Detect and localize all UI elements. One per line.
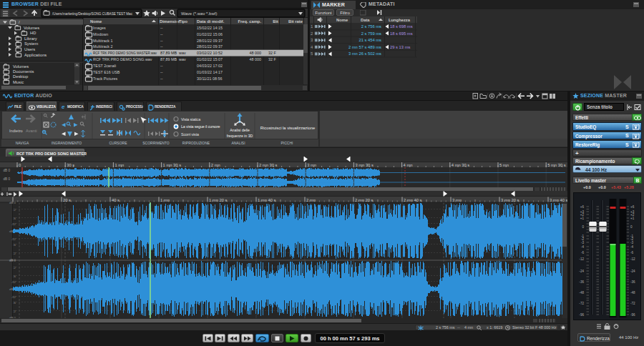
svg-text:0: 0 [630, 225, 633, 229]
svg-text:28/01/22 09:37: 28/01/22 09:37 [197, 39, 223, 43]
svg-text:RCF TRK PRO DEMO SONG.wav: RCF TRK PRO DEMO SONG.wav [93, 57, 152, 61]
svg-text:2 mn: 2 mn [306, 198, 316, 202]
svg-text:20 s: 20 s [63, 198, 71, 202]
svg-text:Tipo: Tipo [179, 19, 188, 24]
svg-text:-72: -72 [579, 302, 584, 305]
svg-text:1 mn: 1 mn [114, 163, 124, 167]
svg-text:-24: -24 [579, 270, 584, 273]
svg-text:-12: -12 [579, 257, 584, 261]
svg-text:Nome: Nome [336, 18, 348, 22]
svg-text:dB 0: dB 0 [9, 201, 16, 204]
svg-text:Scorri vista: Scorri vista [181, 132, 199, 137]
svg-text:1 mn 40 s: 1 mn 40 s [258, 198, 276, 202]
svg-text:Analisi delle: Analisi delle [230, 128, 250, 132]
svg-text:-4: -4 [630, 245, 634, 249]
svg-text:Multitrack 1: Multitrack 1 [93, 39, 113, 43]
svg-text:-3: -3 [630, 241, 634, 244]
svg-text:Images: Images [93, 26, 106, 30]
svg-text:wav: wav [178, 51, 186, 55]
svg-text:Multitrack 2: Multitrack 2 [93, 44, 113, 49]
svg-text:Freq. camp.: Freq. camp. [238, 19, 261, 24]
svg-text:-36: -36 [579, 280, 584, 284]
svg-text:40 s: 40 s [112, 198, 119, 202]
svg-text:Wave (*.wav *.bwf): Wave (*.wav *.bwf) [181, 11, 217, 16]
svg-text:01/02/22 15:06: 01/02/22 15:06 [197, 32, 223, 36]
svg-text:-48: -48 [579, 291, 584, 295]
svg-text:Nome: Nome [90, 19, 102, 24]
svg-text:+1: +1 [580, 217, 585, 220]
svg-text:Data: Data [361, 18, 370, 22]
svg-text:/Users/marketing/Desktop/SONG: /Users/marketing/Desktop/SONG CUBASE TES… [52, 11, 132, 16]
svg-text:wav: wav [178, 57, 186, 61]
svg-text:48 000: 48 000 [250, 57, 262, 61]
svg-text:3 mn 30 s: 3 mn 30 s [355, 163, 374, 167]
svg-text:+6: +6 [630, 205, 635, 209]
svg-text:87,89 MB: 87,89 MB [160, 57, 177, 61]
svg-text:RCF TRK PRO DEMO SONG MASTER.w: RCF TRK PRO DEMO SONG MASTER.wav [93, 51, 157, 55]
svg-text:--: -- [160, 32, 163, 36]
svg-text:5 mn: 5 mn [499, 163, 509, 167]
svg-text:3 mn 20 s: 3 mn 20 s [501, 198, 519, 202]
svg-text:--: -- [160, 44, 163, 49]
svg-text:Volumes: Volumes [13, 64, 29, 69]
svg-text:Avanti: Avanti [26, 129, 36, 133]
svg-text:48 000: 48 000 [250, 51, 262, 55]
svg-text:4 mn: 4 mn [404, 163, 413, 167]
svg-text:0: 0 [19, 163, 21, 167]
svg-text:-24: -24 [630, 270, 635, 273]
svg-text:2 mn 30 s: 2 mn 30 s [259, 163, 278, 167]
svg-text:-6: -6 [630, 251, 634, 254]
svg-text:28/01/22 09:37: 28/01/22 09:37 [197, 44, 223, 49]
svg-text:Music: Music [13, 80, 24, 84]
svg-text:+1: +1 [630, 217, 635, 220]
svg-text:-6: -6 [581, 251, 585, 254]
svg-text:+6: +6 [580, 205, 585, 209]
svg-text:29 s 13 ms: 29 s 13 ms [390, 45, 410, 49]
svg-text:-12: -12 [11, 237, 16, 241]
svg-text:1 mn: 1 mn [160, 198, 170, 202]
svg-text:Indietro: Indietro [9, 129, 23, 133]
svg-text:--: -- [160, 26, 163, 30]
svg-text:Mixdown: Mixdown [93, 32, 108, 36]
svg-text:4: 4 [311, 45, 313, 49]
svg-text:87,89 MB: 87,89 MB [160, 51, 177, 55]
svg-text:Lunghezza: Lunghezza [389, 18, 411, 22]
svg-text:1 mn 20 s: 1 mn 20 s [209, 198, 228, 202]
svg-text:-2: -2 [13, 252, 16, 255]
svg-text:HD: HD [30, 31, 36, 35]
svg-text:Bit rate: Bit rate [288, 19, 303, 24]
svg-text:-12: -12 [11, 222, 16, 226]
svg-text:-2: -2 [13, 310, 16, 313]
svg-text:Ricostruisci la visualizzazion: Ricostruisci la visualizzazione [260, 126, 315, 130]
svg-text:03/02/22 10:52: 03/02/22 10:52 [197, 51, 223, 55]
svg-text:TEST E16 USB: TEST E16 USB [93, 70, 120, 74]
svg-text:32 F: 32 F [268, 57, 276, 61]
svg-text:2 s 756 ms: 2 s 756 ms [361, 24, 381, 29]
svg-text:3 mn 40 s: 3 mn 40 s [550, 198, 567, 202]
svg-text:-48: -48 [630, 291, 635, 295]
svg-text:System: System [24, 41, 38, 46]
svg-text:TEST 2canali: TEST 2canali [93, 64, 116, 68]
svg-text:-12: -12 [11, 295, 16, 299]
svg-text:Users: Users [24, 47, 35, 51]
svg-text:18 s 695 ms: 18 s 695 ms [390, 31, 413, 36]
svg-text:-4: -4 [581, 245, 585, 249]
svg-text:2 mn 20 s: 2 mn 20 s [355, 198, 374, 202]
svg-text:Library: Library [24, 36, 37, 41]
svg-text:-6: -6 [13, 301, 16, 305]
svg-text:-12: -12 [11, 280, 16, 284]
svg-text:30 s: 30 s [67, 163, 74, 167]
svg-text:-96: -96 [630, 313, 635, 317]
svg-text:01/02/22 15:07: 01/02/22 15:07 [197, 57, 223, 61]
svg-text:-6: -6 [13, 217, 16, 220]
svg-text:1 mn 30 s: 1 mn 30 s [163, 163, 182, 167]
svg-text:-6: -6 [13, 243, 16, 247]
svg-text:2: 2 [311, 31, 313, 36]
svg-text:Desktop: Desktop [13, 74, 28, 79]
svg-text:2 mn 57 s 489 ms: 2 mn 57 s 489 ms [348, 45, 381, 49]
svg-text:2 mn: 2 mn [211, 163, 220, 167]
svg-text:5: 5 [311, 51, 313, 56]
svg-text:dB 0: dB 0 [4, 169, 11, 172]
svg-text:3 mn: 3 mn [307, 163, 316, 167]
svg-text:5 mn 30 s: 5 mn 30 s [547, 163, 566, 167]
